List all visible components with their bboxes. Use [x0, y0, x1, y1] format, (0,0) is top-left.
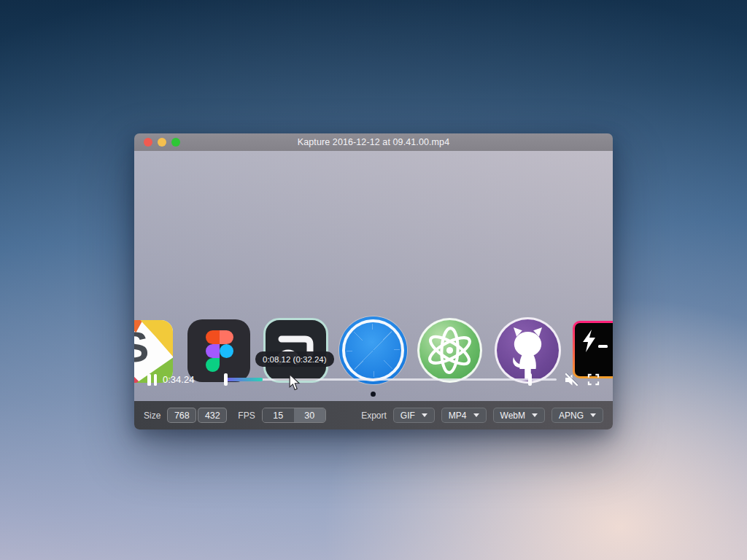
size-label: Size [144, 411, 160, 421]
figma-shape-green [206, 358, 220, 372]
hyper-terminal-app-icon [573, 321, 613, 378]
export-gif-label: GIF [400, 411, 415, 421]
export-gif-dropdown[interactable]: GIF [393, 408, 435, 423]
blue-disc-ring [342, 319, 404, 381]
current-time-label: 0:34.24 [163, 374, 194, 385]
fullscreen-icon[interactable] [587, 373, 600, 386]
close-button[interactable] [144, 138, 152, 147]
atom-orbits-glyph [419, 320, 480, 381]
progress-trim-bar[interactable] [224, 373, 557, 386]
progress-track[interactable] [224, 378, 557, 381]
minimize-button[interactable] [158, 138, 166, 147]
octocat-glyph [497, 319, 559, 381]
figma-shape-red [206, 330, 220, 344]
size-fields-group: 768 432 [167, 408, 227, 423]
chevron-down-icon [590, 413, 596, 417]
window-title: Kapture 2016-12-12 at 09.41.00.mp4 [298, 137, 449, 147]
video-preview: S [134, 151, 613, 401]
export-mp4-label: MP4 [449, 411, 467, 421]
export-webm-dropdown[interactable]: WebM [493, 408, 545, 423]
kapture-preview-window: Kapture 2016-12-12 at 09.41.00.mp4 S [134, 133, 613, 429]
chevron-down-icon [422, 413, 427, 417]
export-webm-label: WebM [500, 411, 525, 421]
hyper-terminal-screen [575, 323, 613, 376]
squircle-glyph [266, 320, 326, 381]
dock-running-indicator-dot [371, 392, 376, 397]
figma-shape-purple [206, 344, 220, 358]
zoom-button[interactable] [171, 138, 180, 147]
export-toolbar: Size 768 432 FPS 15 30 Export GIF MP4 We… [134, 401, 613, 429]
fps-option-15[interactable]: 15 [263, 408, 294, 422]
chevron-down-icon [473, 413, 479, 417]
pause-button[interactable] [147, 374, 158, 386]
export-label: Export [361, 411, 387, 421]
trim-end-handle[interactable] [528, 373, 532, 386]
height-field[interactable]: 432 [198, 408, 227, 423]
pause-bar [154, 374, 158, 386]
pause-bar [147, 374, 151, 386]
desktop-wallpaper: Kapture 2016-12-12 at 09.41.00.mp4 S [0, 0, 747, 560]
mouse-cursor [289, 374, 301, 391]
fps-segmented-control: 15 30 [262, 408, 326, 423]
export-mp4-dropdown[interactable]: MP4 [441, 408, 487, 423]
seek-time-tooltip: 0:08.12 (0:32.24) [255, 351, 334, 367]
figma-shape-blue [220, 344, 233, 358]
figma-shape-salmon [220, 330, 233, 344]
fps-option-30[interactable]: 30 [294, 408, 325, 422]
trim-start-handle[interactable] [224, 373, 228, 386]
s-icon-letter: S [134, 325, 150, 370]
chevron-down-icon [532, 413, 538, 417]
mute-speaker-icon[interactable] [563, 372, 579, 388]
export-apng-label: APNG [559, 411, 584, 421]
progress-played-fill [226, 378, 263, 381]
width-field[interactable]: 768 [167, 408, 196, 423]
window-titlebar[interactable]: Kapture 2016-12-12 at 09.41.00.mp4 [134, 133, 613, 151]
traffic-light-buttons [144, 133, 180, 151]
lightning-bolt-icon [579, 329, 613, 358]
fps-label: FPS [238, 411, 255, 421]
export-apng-dropdown[interactable]: APNG [551, 408, 603, 423]
